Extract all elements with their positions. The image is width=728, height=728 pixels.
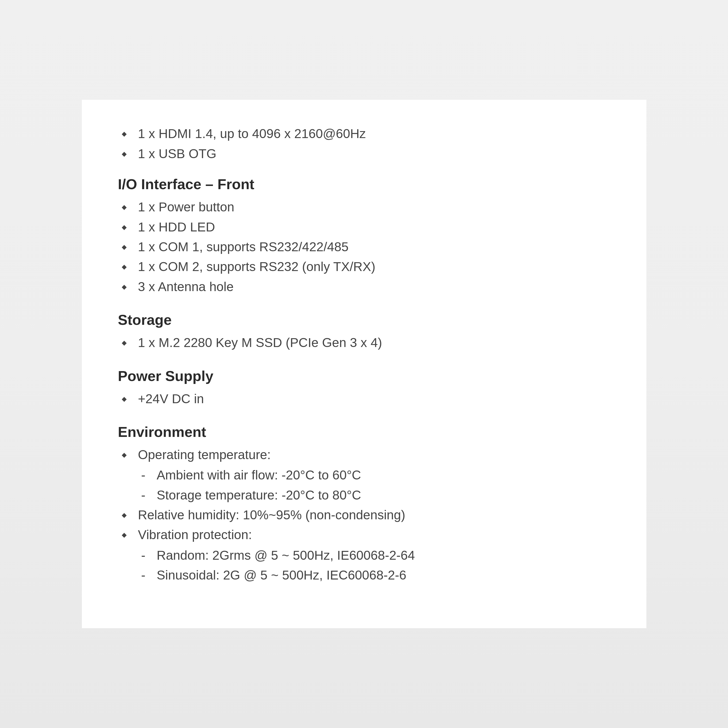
top-continuation-list: 1 x HDMI 1.4, up to 4096 x 2160@60Hz 1 x… [118,124,610,164]
list-item-text: Relative humidity: 10%~95% (non-condensi… [138,508,405,522]
list-item: Vibration protection: Random: 2Grms @ 5 … [118,525,610,585]
list-item: 1 x HDMI 1.4, up to 4096 x 2160@60Hz [118,124,610,144]
io-front-list: 1 x Power button 1 x HDD LED 1 x COM 1, … [118,197,610,297]
sub-list-item: Storage temperature: -20°C to 80°C [138,485,610,505]
list-item-text: Operating temperature: [138,448,271,462]
list-item: 1 x M.2 2280 Key M SSD (PCIe Gen 3 x 4) [118,333,610,353]
sub-list-item: Random: 2Grms @ 5 ~ 500Hz, IE60068-2-64 [138,546,610,565]
environment-list: Operating temperature: Ambient with air … [118,445,610,586]
section-power-supply: Power Supply +24V DC in [118,368,610,409]
list-item: 1 x Power button [118,197,610,217]
section-io-front: I/O Interface – Front 1 x Power button 1… [118,176,610,297]
storage-list: 1 x M.2 2280 Key M SSD (PCIe Gen 3 x 4) [118,333,610,353]
list-item: 1 x COM 1, supports RS232/422/485 [118,237,610,257]
list-item: 1 x COM 2, supports RS232 (only TX/RX) [118,257,610,277]
sub-list: Ambient with air flow: -20°C to 60°C Sto… [138,465,610,505]
sub-list-item: Sinusoidal: 2G @ 5 ~ 500Hz, IEC60068-2-6 [138,565,610,585]
list-item: Operating temperature: Ambient with air … [118,445,610,505]
section-heading-environment: Environment [118,424,610,440]
list-item: Relative humidity: 10%~95% (non-condensi… [118,505,610,525]
spec-card: 1 x HDMI 1.4, up to 4096 x 2160@60Hz 1 x… [82,100,646,628]
list-item: 1 x HDD LED [118,217,610,237]
section-storage: Storage 1 x M.2 2280 Key M SSD (PCIe Gen… [118,311,610,353]
power-supply-list: +24V DC in [118,389,610,409]
sub-list-item: Ambient with air flow: -20°C to 60°C [138,465,610,485]
section-heading-io-front: I/O Interface – Front [118,176,610,193]
list-item: 1 x USB OTG [118,144,610,164]
section-heading-power-supply: Power Supply [118,368,610,384]
list-item: 3 x Antenna hole [118,277,610,297]
section-heading-storage: Storage [118,311,610,328]
list-item-text: Vibration protection: [138,528,252,542]
section-environment: Environment Operating temperature: Ambie… [118,424,610,586]
list-item: +24V DC in [118,389,610,409]
sub-list: Random: 2Grms @ 5 ~ 500Hz, IE60068-2-64 … [138,546,610,586]
